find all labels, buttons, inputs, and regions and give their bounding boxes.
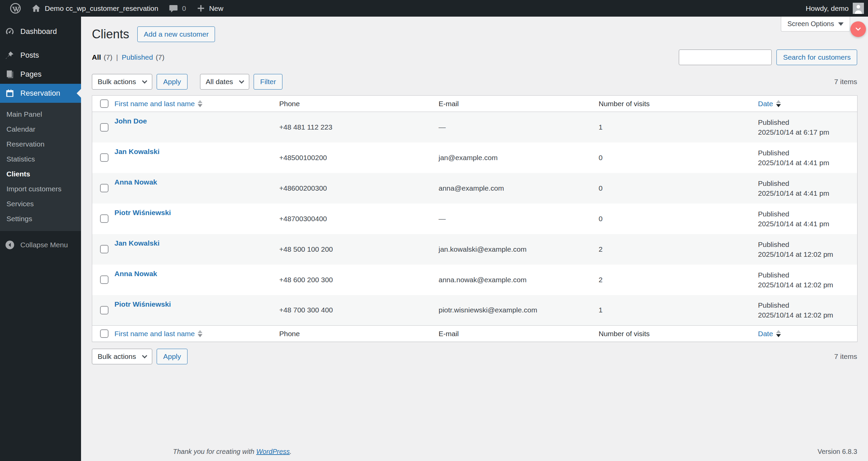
chevron-down-icon — [854, 25, 862, 33]
submenu-item-statistics[interactable]: Statistics — [0, 152, 81, 167]
wordpress-menu-button[interactable] — [5, 0, 26, 17]
client-name-link[interactable]: Jan Kowalski — [115, 148, 160, 155]
table-row: John Doe +48 481 112 223 — 1 Published20… — [92, 112, 857, 142]
view-all-link[interactable]: All — [92, 53, 101, 61]
screen-options-button[interactable]: Screen Options — [781, 17, 850, 32]
client-email: jan.kowalski@example.com — [435, 234, 595, 265]
column-header-email: E-mail — [435, 326, 595, 342]
column-header-phone: Phone — [276, 96, 435, 112]
bulk-actions-select[interactable]: Bulk actions — [92, 74, 152, 90]
client-visits: 2 — [595, 265, 755, 295]
sort-by-name-link[interactable]: First name and last name — [115, 100, 203, 108]
sidebar-item-dashboard[interactable]: Dashboard — [0, 22, 81, 41]
howdy-label: Howdy, demo — [806, 4, 849, 13]
apply-button[interactable]: Apply — [157, 349, 188, 364]
client-name-link[interactable]: Anna Nowak — [115, 270, 157, 277]
sidebar-item-label: Pages — [20, 70, 41, 79]
sidebar-item-label: Posts — [20, 51, 39, 60]
my-account-button[interactable]: Howdy, demo — [806, 0, 868, 17]
new-content-button[interactable]: New — [191, 0, 229, 17]
publish-status: Published — [758, 300, 854, 310]
client-name-link[interactable]: Piotr Wiśniewski — [115, 209, 171, 216]
sort-arrows-icon — [198, 100, 202, 107]
publish-date: 2025/10/14 at 4:41 pm — [758, 219, 854, 229]
sidebar-item-reservation[interactable]: Reservation — [0, 84, 81, 103]
publish-status: Published — [758, 239, 854, 249]
client-visits: 1 — [595, 295, 755, 326]
pages-icon — [5, 69, 15, 79]
submenu-item-settings[interactable]: Settings — [0, 211, 81, 226]
row-checkbox[interactable] — [100, 153, 108, 162]
select-all-checkbox[interactable] — [100, 329, 108, 338]
sort-arrows-icon — [198, 330, 202, 337]
publish-status: Published — [758, 270, 854, 280]
client-date: Published2025/10/14 at 12:02 pm — [755, 295, 857, 326]
floating-chevron-button[interactable] — [850, 21, 866, 37]
search-for-customers-button[interactable]: Search for customers — [776, 50, 857, 65]
client-date: Published2025/10/14 at 4:41 pm — [755, 142, 857, 173]
client-email: — — [435, 112, 595, 142]
collapse-arrow-icon — [5, 240, 15, 250]
row-checkbox[interactable] — [100, 214, 108, 223]
client-name-link[interactable]: Piotr Wiśniewski — [115, 300, 171, 308]
submenu-item-main-panel[interactable]: Main Panel — [0, 107, 81, 122]
screen-options-label: Screen Options — [787, 20, 834, 28]
sort-by-date-link[interactable]: Date — [758, 100, 781, 108]
sort-arrows-icon — [776, 330, 781, 337]
sidebar-item-posts[interactable]: Posts — [0, 46, 81, 65]
sort-by-date-link[interactable]: Date — [758, 330, 781, 338]
submenu-item-services[interactable]: Services — [0, 196, 81, 211]
client-phone: +48700300400 — [276, 204, 435, 234]
clients-table: First name and last name Phone E-mail Nu… — [92, 95, 857, 342]
sidebar-item-pages[interactable]: Pages — [0, 65, 81, 84]
row-checkbox[interactable] — [100, 275, 108, 284]
comments-button[interactable]: 0 — [163, 0, 191, 17]
client-visits: 0 — [595, 142, 755, 173]
publish-status: Published — [758, 209, 854, 219]
column-header-phone: Phone — [276, 326, 435, 342]
row-checkbox[interactable] — [100, 123, 108, 132]
sort-by-name-link[interactable]: First name and last name — [115, 330, 203, 338]
view-separator: | — [115, 53, 119, 61]
table-row: Anna Nowak +48600200300 anna@example.com… — [92, 173, 857, 204]
wordpress-link[interactable]: WordPress — [256, 448, 290, 455]
collapse-menu-button[interactable]: Collapse Menu — [0, 234, 81, 255]
client-email: anna.nowak@example.com — [435, 265, 595, 295]
collapse-menu-label: Collapse Menu — [20, 241, 68, 249]
client-name-link[interactable]: John Doe — [115, 117, 147, 125]
view-published-link[interactable]: Published — [122, 53, 153, 61]
client-name-link[interactable]: Jan Kowalski — [115, 239, 160, 247]
client-name-link[interactable]: Anna Nowak — [115, 178, 157, 186]
select-all-checkbox[interactable] — [100, 99, 108, 108]
site-name: Demo cc_wp_customer_reservation — [45, 4, 158, 13]
row-checkbox[interactable] — [100, 245, 108, 253]
column-header-email: E-mail — [435, 96, 595, 112]
items-count: 7 items — [834, 352, 857, 361]
site-link[interactable]: Demo cc_wp_customer_reservation — [26, 0, 163, 17]
add-new-customer-button[interactable]: Add a new customer — [137, 26, 215, 42]
row-checkbox[interactable] — [100, 184, 108, 192]
submenu-item-calendar[interactable]: Calendar — [0, 122, 81, 137]
publish-status: Published — [758, 178, 854, 188]
dates-filter-select[interactable]: All dates — [200, 74, 250, 90]
view-filters: All (7) | Published (7) — [92, 53, 164, 61]
user-silhouette-icon — [853, 3, 864, 14]
client-email: jan@example.com — [435, 142, 595, 173]
items-count: 7 items — [834, 78, 857, 86]
admin-bar: Demo cc_wp_customer_reservation 0 New Ho… — [0, 0, 868, 17]
submenu-item-reservation[interactable]: Reservation — [0, 137, 81, 152]
bulk-actions-value: Bulk actions — [98, 352, 136, 361]
row-checkbox[interactable] — [100, 306, 108, 314]
filter-button[interactable]: Filter — [254, 74, 282, 90]
bulk-actions-select[interactable]: Bulk actions — [92, 349, 152, 364]
apply-button[interactable]: Apply — [157, 74, 188, 90]
plus-icon — [196, 4, 205, 13]
submenu-item-import-customers[interactable]: Import customers — [0, 181, 81, 196]
publish-date: 2025/10/14 at 6:17 pm — [758, 127, 854, 137]
sidebar-item-label: Reservation — [20, 89, 60, 98]
sidebar-item-label: Dashboard — [20, 27, 57, 36]
client-date: Published2025/10/14 at 12:02 pm — [755, 234, 857, 265]
pushpin-icon — [5, 50, 15, 60]
submenu-item-clients[interactable]: Clients — [0, 167, 81, 181]
search-input[interactable] — [679, 50, 772, 65]
